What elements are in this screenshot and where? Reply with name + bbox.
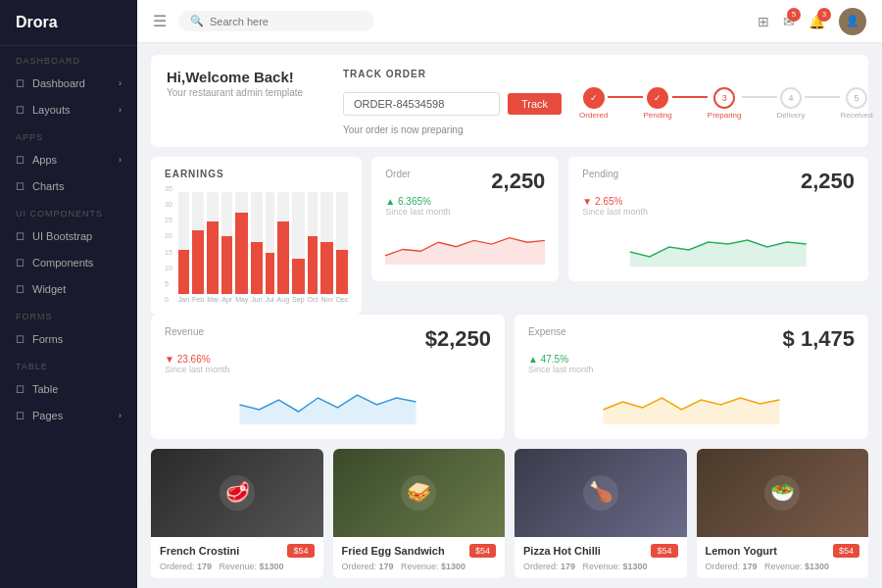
welcome-heading: Hi,Welcome Back! [167, 69, 323, 85]
sidebar-icon: ◻ [16, 256, 24, 269]
food-meta: Ordered: 179 Revenue: $1300 [523, 562, 678, 571]
food-price: $54 [469, 544, 496, 558]
welcome-section: Hi,Welcome Back! Your restaurant admin t… [167, 69, 323, 98]
sidebar-item-label: UI Bootstrap [32, 230, 92, 242]
earnings-title: EARNINGS [165, 169, 348, 179]
stat-pending-value: 2,250 [801, 169, 855, 194]
bar-group: Aug [277, 185, 289, 303]
bar-group: Mar [207, 185, 219, 303]
sidebar-item[interactable]: ◻Widget [0, 275, 137, 302]
step-delivery: 4 Delivery [777, 87, 806, 120]
food-meta: Ordered: 179 Revenue: $1300 [160, 562, 315, 571]
sidebar: Drora DASHBOARD◻Dashboard›◻Layouts›APPS◻… [0, 0, 137, 588]
bar [308, 236, 318, 294]
sidebar-item[interactable]: ◻Apps› [0, 146, 137, 172]
step-preparing: 3 Preparing [708, 87, 742, 120]
sidebar-icon: ◻ [16, 179, 24, 192]
hamburger-icon[interactable]: ☰ [153, 12, 167, 30]
food-info: Pizza Hot Chilli$54Ordered: 179 Revenue:… [514, 537, 687, 578]
sidebar-icon: ◻ [16, 229, 24, 242]
bar-label: Sep [292, 296, 304, 303]
food-info: French Crostini$54Ordered: 179 Revenue: … [151, 537, 323, 578]
food-image: 🥗 [697, 449, 869, 537]
sidebar-item[interactable]: ◻Table [0, 375, 137, 402]
chevron-right-icon: › [119, 78, 122, 88]
track-button[interactable]: Track [508, 93, 562, 115]
bar-label: Jul [266, 296, 274, 303]
search-icon: 🔍 [190, 15, 204, 27]
food-name: French Crostini [160, 545, 239, 557]
food-card: 🥩French Crostini$54Ordered: 179 Revenue:… [151, 449, 323, 578]
bar-group: Jun [251, 185, 262, 303]
food-name: Fried Egg Sandwich [342, 545, 445, 557]
bar-label: Jan [178, 296, 189, 303]
sidebar-item[interactable]: ◻Forms [0, 325, 137, 352]
notification-icon-wrap[interactable]: 🔔 3 [808, 14, 825, 29]
sidebar-item-label: Dashboard [32, 77, 85, 89]
bar [292, 259, 304, 294]
bar-label: Nov [320, 296, 332, 303]
bar-bg [192, 192, 204, 230]
bar-group: Apr [221, 185, 232, 303]
sidebar-icon: ◻ [16, 103, 24, 116]
bar-label: May [235, 296, 248, 303]
chevron-right-icon: › [119, 105, 122, 115]
food-name: Pizza Hot Chilli [523, 545, 601, 557]
expense-chart [528, 380, 855, 424]
food-meta: Ordered: 179 Revenue: $1300 [342, 562, 497, 571]
avatar[interactable]: 👤 [839, 8, 866, 35]
bar [336, 250, 348, 294]
bar-group: Nov [320, 185, 332, 303]
bar-group: May [235, 185, 248, 303]
food-meta: Ordered: 179 Revenue: $1300 [706, 562, 860, 571]
food-price: $54 [287, 544, 314, 558]
bar-group: Feb [192, 185, 204, 303]
sidebar-section-title: DASHBOARD [0, 46, 137, 70]
sidebar-section-title: TABLE [0, 352, 137, 375]
pending-chart [582, 222, 855, 267]
bar [221, 236, 232, 294]
bar-group: Sep [292, 185, 304, 303]
bar-group: Jul [266, 185, 274, 303]
food-name: Lemon Yogurt [706, 545, 778, 557]
grid-icon-wrap[interactable]: ⊞ [758, 14, 769, 29]
bar-bg [235, 192, 248, 213]
stat-revenue-label: Revenue [165, 326, 204, 337]
food-price: $54 [833, 544, 859, 558]
bar-label: Jun [251, 296, 262, 303]
bar-label: Oct [308, 296, 318, 303]
bar-bg [320, 192, 332, 242]
message-icon-wrap[interactable]: ✉ 5 [783, 14, 795, 29]
svg-marker-0 [385, 238, 545, 265]
step-received: 5 Received [840, 87, 872, 120]
sidebar-item[interactable]: ◻Dashboard› [0, 70, 137, 96]
sidebar-item[interactable]: ◻UI Bootstrap [0, 222, 137, 249]
bar-bg [308, 192, 318, 236]
stat-expense: Expense $ 1,475 ▲ 47.5% Since last month [514, 315, 868, 439]
step-pending-label: Pending [643, 111, 671, 120]
sidebar-icon: ◻ [16, 282, 24, 295]
order-steps: ✓ Ordered ✓ Pending 3 Preparing [579, 87, 873, 120]
order-id-input[interactable] [343, 92, 500, 116]
sidebar-item[interactable]: ◻Layouts› [0, 96, 137, 122]
svg-marker-2 [240, 395, 416, 424]
step-pending: ✓ Pending [643, 87, 671, 120]
bar-bg [336, 192, 348, 250]
search-input[interactable] [210, 16, 363, 27]
stats-earnings-row: Order 2,250 ▲ 6.365% Since last month Pe… [151, 157, 868, 315]
stat-order-label: Order [385, 169, 411, 179]
message-badge: 5 [787, 8, 801, 22]
food-card: 🍗Pizza Hot Chilli$54Ordered: 179 Revenue… [514, 449, 687, 578]
svg-text:🥩: 🥩 [224, 480, 249, 504]
sidebar-item[interactable]: ◻Pages› [0, 402, 137, 428]
search-box: 🔍 [178, 11, 374, 31]
header: ☰ 🔍 ⊞ ✉ 5 🔔 3 👤 [137, 0, 882, 43]
sidebar-item[interactable]: ◻Charts [0, 172, 137, 199]
sidebar-item[interactable]: ◻Components [0, 249, 137, 275]
stat-order: Order 2,250 ▲ 6.365% Since last month [371, 157, 559, 281]
bar-label: Mar [207, 296, 219, 303]
step-received-label: Received [840, 111, 872, 120]
stat-order-value: 2,250 [491, 169, 545, 194]
stat-revenue: Revenue $2,250 ▼ 23.66% Since last month [151, 315, 505, 439]
bar-bg [266, 192, 274, 253]
